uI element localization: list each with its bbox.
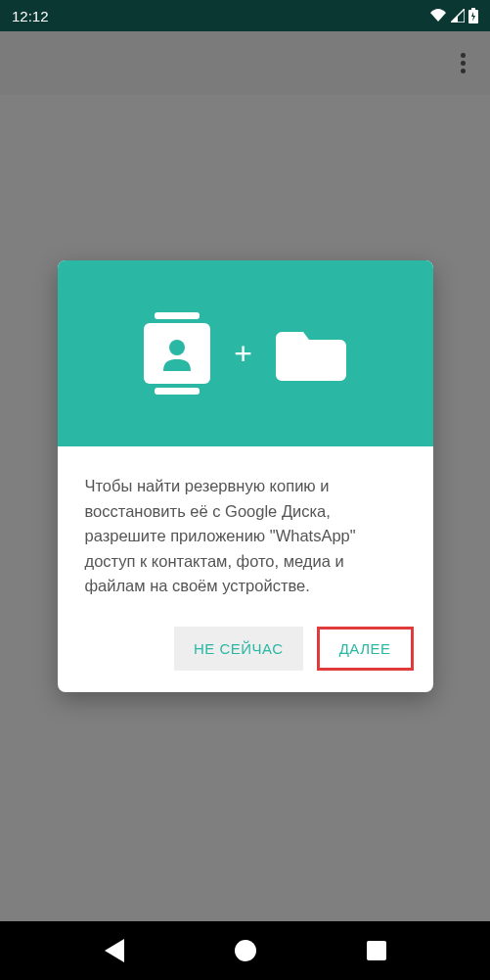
svg-point-2 [169,340,185,355]
nav-home-icon[interactable] [235,940,256,961]
nav-recent-icon[interactable] [367,941,386,960]
signal-icon [451,9,465,23]
contacts-icon [144,312,210,395]
modal-overlay: + Чтобы найти резервную копию и восстано… [0,31,490,921]
permission-dialog: + Чтобы найти резервную копию и восстано… [58,260,433,692]
not-now-button[interactable]: НЕ СЕЙЧАС [174,627,303,671]
battery-icon [468,8,478,23]
wifi-icon [429,9,447,23]
status-icons [429,8,478,23]
status-bar: 12:12 [0,0,490,31]
dialog-header: + [58,260,433,446]
dialog-body: Чтобы найти резервную копию и восстанови… [58,446,433,609]
folder-icon [276,326,346,381]
nav-back-icon[interactable] [105,939,124,962]
plus-icon: + [234,336,252,372]
navigation-bar [0,921,490,980]
next-button[interactable]: ДАЛЕЕ [317,627,414,671]
dialog-actions: НЕ СЕЙЧАС ДАЛЕЕ [58,609,433,692]
status-time: 12:12 [12,8,49,24]
dialog-message: Чтобы найти резервную копию и восстанови… [85,474,406,599]
svg-rect-1 [471,8,475,10]
